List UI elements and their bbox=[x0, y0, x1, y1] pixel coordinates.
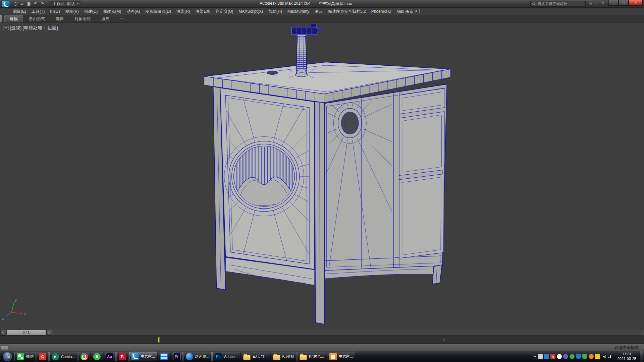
menu-maxmummy[interactable]: MaxMummy bbox=[285, 8, 312, 15]
viewport-general-menu[interactable]: [+] bbox=[3, 25, 9, 31]
premiere-icon: Pr bbox=[173, 353, 180, 360]
undo-icon[interactable]: ↶ bbox=[33, 1, 39, 7]
previous-frame-button[interactable]: < bbox=[0, 330, 6, 336]
app-logo-button[interactable] bbox=[1, 1, 10, 7]
ribbon-minimize-button[interactable]: ▾ bbox=[118, 16, 124, 21]
viewport-canvas[interactable]: x y z bbox=[0, 23, 644, 329]
minimize-button[interactable]: — bbox=[608, 0, 619, 6]
taskbar-installer[interactable]: 欢迎使... bbox=[183, 352, 212, 361]
windows-taskbar: 微信 C ▶ Camta... Au 丸 中式家... Pr bbox=[0, 351, 644, 362]
menu-render-cloud[interactable]: 渲云 bbox=[312, 8, 325, 15]
tray-purple-app-icon[interactable] bbox=[563, 354, 568, 359]
show-desktop-button[interactable] bbox=[640, 351, 643, 362]
tray-netease-icon[interactable]: N bbox=[550, 354, 555, 359]
time-slider-handle[interactable]: 0 / 1 bbox=[6, 330, 46, 336]
wan-app-icon: 丸 bbox=[119, 353, 126, 360]
time-slider: < 0 / 1 > bbox=[0, 329, 644, 336]
keyframe-marker[interactable] bbox=[158, 337, 160, 343]
taskbar-photoshop[interactable]: Ps Adobe... bbox=[212, 352, 240, 361]
menu-animation[interactable]: 动画(A) bbox=[124, 8, 143, 15]
menu-max-antivirus[interactable]: Max 杀毒卫士 bbox=[394, 8, 424, 15]
clock-date: 2021-03-25 bbox=[618, 357, 636, 361]
taskbar-max-file[interactable]: 中式家... bbox=[327, 352, 355, 361]
tab-selection[interactable]: 选择 bbox=[51, 15, 69, 22]
tray-orange-app-icon[interactable] bbox=[589, 354, 594, 359]
taskbar-camtasia-recorder[interactable]: C bbox=[37, 352, 49, 361]
help-icon[interactable]: ? bbox=[600, 1, 606, 7]
time-slider-track[interactable] bbox=[53, 330, 643, 336]
taskbar-label: E:\天竹... bbox=[253, 354, 268, 359]
menu-help[interactable]: 帮助(H) bbox=[266, 8, 285, 15]
menu-customize[interactable]: 自定义(U) bbox=[213, 8, 236, 15]
taskbar-folder-k-record[interactable]: K:\录制 bbox=[271, 352, 297, 361]
save-file-icon[interactable]: ▣ bbox=[26, 1, 32, 7]
menu-group[interactable]: 组(G) bbox=[47, 8, 62, 15]
application-window: ▯ ▱ ▣ ↶ ↷ 工作区: 默认 ▾ Autodesk 3ds Max 201… bbox=[0, 0, 644, 362]
perspective-viewport[interactable]: [+] [透视] [明暗处理 + 边面] bbox=[0, 23, 644, 329]
folder-icon bbox=[243, 355, 251, 360]
ribbon-grip[interactable] bbox=[0, 15, 2, 22]
installer-icon bbox=[186, 353, 193, 360]
track-bar[interactable]: 1 bbox=[0, 336, 644, 344]
viewport-pov-menu[interactable]: [透视] bbox=[10, 25, 21, 31]
green-app-icon bbox=[93, 353, 101, 360]
tray-yellow-app-icon[interactable] bbox=[595, 354, 600, 359]
shield-blue-icon[interactable] bbox=[576, 354, 581, 359]
taskbar-label: K:\录制 bbox=[282, 354, 294, 359]
tab-object-paint[interactable]: 对象绘制 bbox=[69, 15, 96, 22]
shield-green-icon[interactable] bbox=[582, 354, 587, 359]
chevron-down-icon: ▾ bbox=[77, 2, 79, 5]
speaker-icon[interactable]: ◄) bbox=[601, 354, 606, 359]
close-button[interactable]: × bbox=[629, 0, 643, 6]
printer-icon[interactable] bbox=[538, 354, 543, 359]
taskbar-folder-k-antique[interactable]: K:\古色... bbox=[297, 352, 326, 361]
taskbar-camtasia[interactable]: ▶ Camta... bbox=[49, 352, 77, 361]
menu-graph-editors[interactable]: 图形编辑器(D) bbox=[143, 8, 174, 15]
redo-icon[interactable]: ↷ bbox=[39, 1, 45, 7]
download-icon[interactable]: ↓ bbox=[594, 1, 600, 7]
tray-expand-icon[interactable] bbox=[534, 356, 536, 357]
taskbar-wan-app[interactable]: 丸 bbox=[116, 352, 128, 361]
taskbar-blue-tiles[interactable] bbox=[158, 352, 170, 361]
menu-maxscript[interactable]: MAXScript(X) bbox=[236, 8, 266, 15]
menu-views[interactable]: 视图(V) bbox=[63, 8, 82, 15]
tray-green-app-icon[interactable] bbox=[570, 354, 575, 359]
tab-populate[interactable]: 填充 bbox=[96, 15, 114, 22]
tray-clock[interactable]: 17:01 2021-03-25 bbox=[618, 352, 636, 361]
tab-freeform[interactable]: 自由形式 bbox=[24, 15, 50, 22]
maximize-button[interactable]: □ bbox=[619, 0, 629, 6]
cancel-expert-mode-button[interactable]: 取消专家模式 bbox=[609, 344, 644, 351]
menu-bar: 编辑(E) 工具(T) 组(G) 视图(V) 创建(C) 修改器(M) 动画(A… bbox=[0, 8, 644, 15]
taskbar-3dsmax[interactable]: 中式家... bbox=[129, 352, 157, 361]
taskbar-wechat[interactable]: 微信 bbox=[14, 352, 36, 361]
taskbar-green-app[interactable] bbox=[91, 352, 103, 361]
taskbar-chrome[interactable] bbox=[78, 352, 90, 361]
new-scene-icon[interactable]: ▯ bbox=[12, 1, 18, 7]
next-frame-button[interactable]: > bbox=[46, 330, 52, 336]
workspace-selector[interactable]: 工作区: 默认 ▾ bbox=[50, 1, 81, 7]
cloud-icon[interactable] bbox=[557, 354, 562, 359]
open-file-icon[interactable]: ▱ bbox=[19, 1, 25, 7]
start-button[interactable] bbox=[2, 352, 12, 362]
app-title: Autodesk 3ds Max 2014 x64 bbox=[260, 1, 310, 7]
menu-modifiers[interactable]: 修改器(M) bbox=[100, 8, 124, 15]
search-input[interactable] bbox=[537, 2, 584, 6]
title-bar: ▯ ▱ ▣ ↶ ↷ 工作区: 默认 ▾ Autodesk 3ds Max 201… bbox=[0, 0, 644, 8]
favorites-star-icon[interactable]: ☆ bbox=[588, 1, 594, 7]
menu-rendering[interactable]: 渲染(R) bbox=[174, 8, 193, 15]
network-icon[interactable] bbox=[608, 354, 613, 359]
menu-phoenixfd[interactable]: PhoenixFD bbox=[369, 8, 394, 15]
menu-create[interactable]: 创建(C) bbox=[82, 8, 101, 15]
viewport-shading-menu[interactable]: [明暗处理 + 边面] bbox=[23, 25, 58, 31]
tray-blue-app-icon[interactable] bbox=[544, 354, 549, 359]
menu-render100[interactable]: 渲染100 bbox=[193, 8, 213, 15]
max-file-icon bbox=[329, 353, 337, 360]
tab-modeling[interactable]: 建模 bbox=[4, 15, 23, 22]
menu-tools[interactable]: 工具(T) bbox=[29, 8, 47, 15]
mini-track-button[interactable] bbox=[1, 346, 8, 350]
menu-edit[interactable]: 编辑(E) bbox=[10, 8, 29, 15]
taskbar-audition[interactable]: Au bbox=[104, 352, 116, 361]
menu-slimming-archive[interactable]: 极速瘦身安全归档5.2 bbox=[325, 8, 369, 15]
taskbar-premiere[interactable]: Pr bbox=[171, 352, 183, 361]
taskbar-folder-e[interactable]: E:\天竹... bbox=[241, 352, 270, 361]
